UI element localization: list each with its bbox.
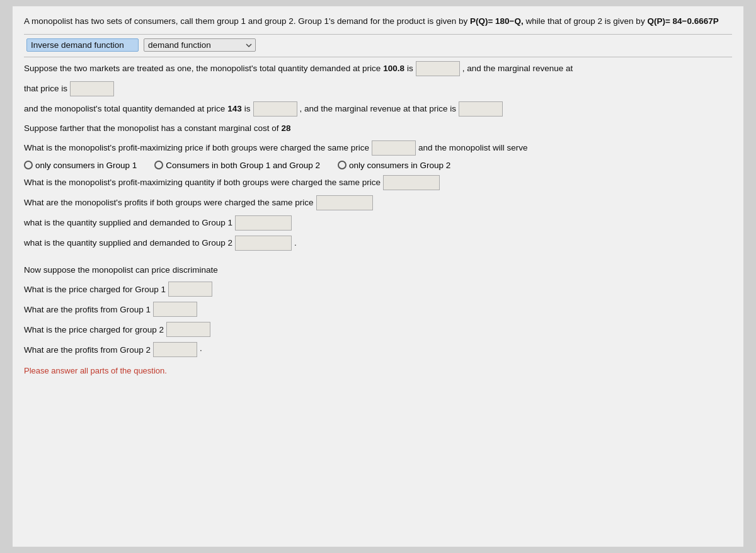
profits-group2-label: What are the profits from Group 2 xyxy=(24,343,151,357)
that-price-label: that price is xyxy=(24,82,67,96)
profit-max-qty-input[interactable] xyxy=(383,175,440,190)
is-label: is xyxy=(407,62,413,76)
group-description-row: Inverse demand function demand function … xyxy=(24,38,732,52)
price-group2-row: What is the price charged for group 2 xyxy=(24,322,732,337)
qty-group2-label: what is the quantity supplied and demand… xyxy=(24,236,232,250)
price-group2-input[interactable] xyxy=(166,322,210,337)
problem-statement: A monopolist has two sets of consumers, … xyxy=(24,15,732,28)
radio-circle-2 xyxy=(154,161,163,169)
radio-both-groups[interactable]: Consumers in both Group 1 and Group 2 xyxy=(154,161,320,170)
radio-label-2: Consumers in both Group 1 and Group 2 xyxy=(166,161,320,170)
profit-max-qty-row: What is the monopolist's profit-maximizi… xyxy=(24,175,732,190)
qty-group1-label: what is the quantity supplied and demand… xyxy=(24,216,232,230)
profits-same-input[interactable] xyxy=(316,195,373,210)
profit-max-qty-label: What is the monopolist's profit-maximizi… xyxy=(24,176,381,190)
suppose-markets-row1: Suppose the two markets are treated as o… xyxy=(24,61,732,76)
price-group1-row: What is the price charged for Group 1 xyxy=(24,282,732,297)
profits-same-row: What are the monopolist's profits if bot… xyxy=(24,195,732,210)
suppose-markets-label: Suppose the two markets are treated as o… xyxy=(24,62,381,76)
profit-max-price-row: What is the monopolist's profit-maximizi… xyxy=(24,140,732,156)
qty-group1-row: what is the quantity supplied and demand… xyxy=(24,215,732,231)
qty-group2-row: what is the quantity supplied and demand… xyxy=(24,236,732,251)
qty-price2-input[interactable] xyxy=(253,101,297,117)
radio-circle-3 xyxy=(338,161,346,169)
and-marginal-label: , and the marginal revenue at xyxy=(462,62,573,76)
profits-same-label: What are the monopolist's profits if bot… xyxy=(24,196,314,210)
warning-message: Please answer all parts of the question. xyxy=(24,366,732,375)
mr-price1-input[interactable] xyxy=(70,81,114,96)
mc-row: Suppose farther that the monopolist has … xyxy=(24,122,732,135)
qty-group1-input[interactable] xyxy=(235,215,292,231)
radio-label-1: only consumers in Group 1 xyxy=(35,161,137,170)
serve-radio-group: only consumers in Group 1 Consumers in b… xyxy=(24,161,732,170)
and-qty-label: and the monopolist's total quantity dema… xyxy=(24,102,225,116)
profits-group2-input[interactable] xyxy=(153,342,197,357)
profits-group2-row: What are the profits from Group 2 · xyxy=(24,342,732,357)
profits-group1-input[interactable] xyxy=(153,302,197,317)
profits-group1-row: What are the profits from Group 1 xyxy=(24,302,732,317)
divider-2 xyxy=(24,57,732,57)
dot-label: · xyxy=(200,343,202,357)
radio-group1-only[interactable]: only consumers in Group 1 xyxy=(24,161,137,170)
radio-label-3: only consumers in Group 2 xyxy=(349,161,450,170)
main-page: A monopolist has two sets of consumers, … xyxy=(13,6,743,547)
price-discriminate-row: Now suppose the monopolist can price dis… xyxy=(24,263,732,277)
price-group1-input[interactable] xyxy=(168,282,212,297)
group2-type-dropdown[interactable]: demand function Inverse demand function xyxy=(144,38,256,52)
qty-price1-input[interactable] xyxy=(416,61,460,76)
and-mr2-label: , and the marginal revenue at that price… xyxy=(300,102,456,116)
is-label2: is xyxy=(244,102,251,116)
suppose-mc-label: Suppose farther that the monopolist has … xyxy=(24,122,279,135)
suppose-markets-block: Suppose the two markets are treated as o… xyxy=(24,61,732,96)
price2-value: 143 xyxy=(227,102,242,116)
profit-max-price-input[interactable] xyxy=(372,140,416,156)
price-group2-label: What is the price charged for group 2 xyxy=(24,323,164,337)
group1-type-dropdown[interactable]: Inverse demand function demand function xyxy=(26,38,139,52)
profit-max-price-label: What is the monopolist's profit-maximizi… xyxy=(24,141,369,155)
price-discriminate-label: Now suppose the monopolist can price dis… xyxy=(24,263,218,277)
suppose-markets-row2: that price is xyxy=(24,81,732,96)
profits-group1-label: What are the profits from Group 1 xyxy=(24,303,151,317)
mr-price2-input[interactable] xyxy=(459,101,503,117)
mc-value: 28 xyxy=(282,122,291,135)
radio-group2-only[interactable]: only consumers in Group 2 xyxy=(338,161,450,170)
price1-value: 100.8 xyxy=(383,62,404,76)
radio-circle-1 xyxy=(24,161,33,169)
monopolist-will-serve-label: and the monopolist will serve xyxy=(418,141,527,155)
divider-1 xyxy=(24,34,732,35)
qty-group2-input[interactable] xyxy=(235,236,292,251)
price2-row: and the monopolist's total quantity dema… xyxy=(24,101,732,117)
period: . xyxy=(294,236,297,250)
price-group1-label: What is the price charged for Group 1 xyxy=(24,283,166,297)
